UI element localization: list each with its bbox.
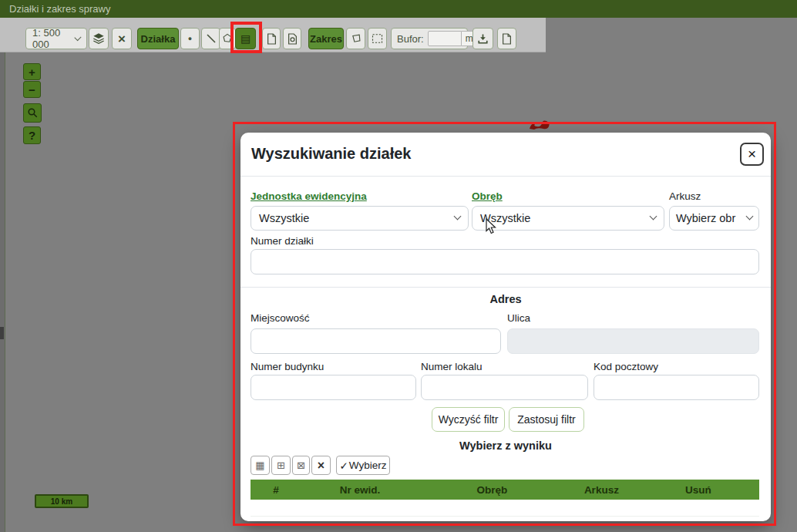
obreb-select[interactable]: Wszystkie — [472, 206, 664, 231]
polygon-icon — [351, 33, 362, 44]
col-obreb: Obręb — [419, 480, 566, 500]
search-parcels-button[interactable]: ▤ — [235, 28, 256, 49]
check-icon: ✓ — [340, 460, 348, 472]
ulica-label: Ulica — [507, 312, 530, 324]
result-heading: Wybierz z wyniku — [240, 439, 771, 452]
close-icon: × — [748, 146, 756, 163]
parcel-report-button[interactable] — [283, 28, 301, 49]
zoom-in-button[interactable]: + — [23, 63, 41, 80]
zoom-search-button[interactable] — [23, 103, 42, 123]
numer-budynku-label: Numer budynku — [251, 361, 324, 372]
document-settings-icon — [288, 33, 298, 45]
download-button[interactable] — [472, 28, 493, 49]
col-arkusz: Arkusz — [566, 480, 637, 500]
numer-lokalu-label: Numer lokalu — [421, 361, 483, 372]
parcel-table-icon: ▤ — [240, 32, 251, 45]
download-icon — [477, 33, 489, 45]
export-document-button[interactable] — [497, 28, 516, 49]
numer-budynku-input[interactable] — [251, 375, 416, 400]
question-icon: ? — [29, 129, 35, 142]
line-icon — [206, 33, 217, 44]
draw-polygon-button[interactable] — [219, 28, 236, 49]
search-parcels-dialog: Wyszukiwanie działek × Jednostka ewidenc… — [240, 133, 771, 521]
select-result-button[interactable]: ✓ Wybierz — [336, 456, 390, 475]
chevron-down-icon — [454, 213, 462, 221]
point-icon: ● — [188, 35, 192, 42]
arkusz-label: Arkusz — [669, 190, 701, 202]
dialog-close-button[interactable]: × — [740, 143, 764, 166]
numer-dzialki-label: Numer działki — [251, 235, 314, 247]
panel-collapse-handle[interactable] — [0, 327, 4, 339]
jednostka-select[interactable]: Wszystkie — [251, 206, 469, 231]
draw-point-button[interactable]: ● — [180, 28, 200, 49]
layers-icon — [92, 32, 105, 45]
buffer-input[interactable] — [428, 31, 462, 46]
buffer-control: Bufor: m — [391, 28, 468, 49]
clear-selection-button[interactable]: × — [112, 28, 132, 49]
grid-icon: ⊞ — [277, 460, 285, 471]
magnifier-icon — [27, 107, 39, 119]
minus-icon: − — [29, 83, 35, 96]
adres-heading: Adres — [240, 293, 771, 305]
zakres-polygon-button[interactable] — [346, 28, 365, 49]
close-icon: × — [318, 459, 325, 473]
kod-pocztowy-label: Kod pocztowy — [594, 361, 658, 372]
numer-lokalu-input[interactable] — [421, 375, 588, 400]
zoom-out-button[interactable]: − — [23, 81, 41, 98]
clear-results-button[interactable]: × — [311, 456, 331, 475]
map-scalebar: 10 km — [35, 494, 89, 508]
miejscowosc-input[interactable] — [251, 328, 501, 354]
document-icon — [267, 33, 277, 45]
scale-value: 1: 500 000 — [32, 27, 70, 50]
zakres-group-label: Zakres — [308, 28, 344, 49]
parcel-document-button[interactable] — [262, 28, 281, 49]
ulica-input — [507, 328, 759, 354]
dzialka-group-label: Działka — [137, 28, 179, 49]
scale-select[interactable]: 1: 500 000 — [25, 28, 87, 49]
dialog-title: Wyszukiwanie działek — [251, 145, 412, 163]
polygon-icon — [222, 33, 233, 44]
select-parcels-on-map-button[interactable]: ▦ — [251, 456, 270, 475]
plus-icon: + — [29, 66, 35, 79]
miejscowosc-label: Miejscowość — [251, 312, 310, 324]
layers-button[interactable] — [89, 28, 109, 49]
buffer-label: Bufor: — [397, 33, 424, 45]
apply-filter-button[interactable]: Zastosuj filtr — [509, 407, 584, 432]
col-index: # — [251, 480, 301, 500]
remove-from-table-button[interactable]: ⊠ — [292, 456, 310, 475]
chevron-down-icon — [650, 213, 657, 221]
document-icon — [502, 33, 512, 45]
red-marker-artifact — [526, 115, 554, 133]
obreb-label[interactable]: Obręb — [472, 190, 503, 202]
dashed-selection-icon — [372, 33, 383, 44]
arkusz-select[interactable]: Wybierz obr — [669, 206, 759, 231]
results-table-header: # Nr ewid. Obręb Arkusz Usuń — [251, 480, 759, 500]
numer-dzialki-input[interactable] — [251, 249, 759, 274]
left-panel-edge — [0, 18, 5, 532]
results-empty-row — [251, 500, 759, 517]
col-nr-ewid: Nr ewid. — [301, 480, 419, 500]
mouse-cursor — [486, 218, 497, 234]
col-usun: Usuń — [637, 480, 759, 500]
chevron-down-icon — [746, 213, 754, 221]
close-icon: × — [118, 32, 126, 45]
kod-pocztowy-input[interactable] — [594, 375, 759, 400]
grid-remove-icon: ⊠ — [297, 460, 305, 471]
jednostka-label[interactable]: Jednostka ewidencyjna — [251, 190, 367, 202]
clear-filter-button[interactable]: Wyczyść filtr — [432, 407, 505, 432]
zakres-select-area-button[interactable] — [368, 28, 387, 49]
chevron-down-icon — [75, 33, 82, 40]
section-divider — [240, 287, 771, 288]
header-divider — [240, 176, 771, 177]
draw-line-button[interactable] — [201, 28, 220, 49]
help-button[interactable]: ? — [23, 126, 41, 144]
grid-select-icon: ▦ — [255, 460, 264, 471]
app-screen: Działki i zakres sprawy 1: 500 000 × Dzi… — [0, 0, 797, 532]
page-title: Działki i zakres sprawy — [0, 0, 797, 18]
show-grid-button[interactable]: ⊞ — [271, 456, 291, 475]
